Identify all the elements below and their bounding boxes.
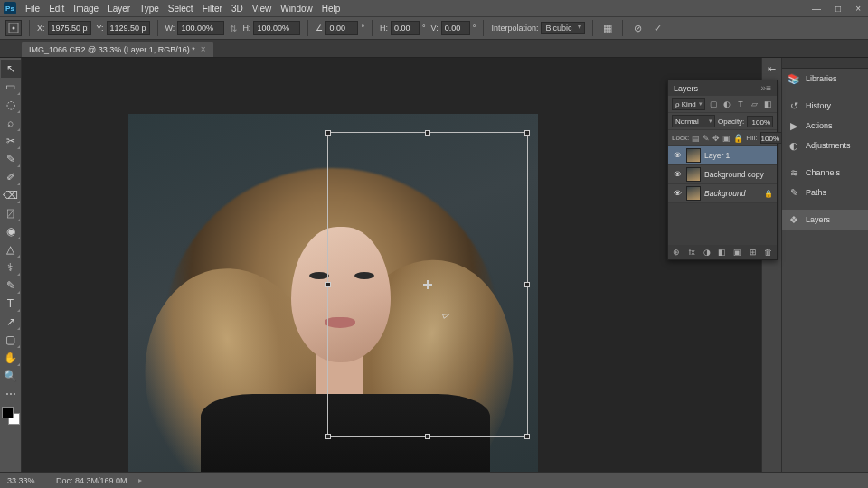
opacity-input[interactable]: 100%: [747, 116, 773, 127]
layer-thumbnail[interactable]: [686, 148, 701, 163]
group-icon[interactable]: ▣: [732, 248, 742, 257]
transform-handle-rc[interactable]: [524, 282, 530, 287]
layer-fx-icon[interactable]: fx: [687, 248, 697, 257]
blend-mode-dropdown[interactable]: Normal: [672, 115, 715, 127]
lock-position-icon[interactable]: ✥: [712, 133, 720, 144]
commit-transform-icon[interactable]: ✓: [650, 21, 665, 35]
menu-type[interactable]: Type: [139, 4, 159, 14]
filter-type-icon[interactable]: T: [735, 99, 746, 109]
zoom-tool[interactable]: 🔍: [1, 367, 21, 385]
transform-handle-bc[interactable]: [425, 434, 430, 439]
menu-3d[interactable]: 3D: [231, 4, 243, 14]
menu-layer[interactable]: Layer: [108, 4, 130, 14]
adjustment-layer-icon[interactable]: ◧: [718, 248, 728, 257]
layer-name[interactable]: Layer 1: [704, 151, 773, 160]
document-tab[interactable]: IMG_1066.CR2 @ 33.3% (Layer 1, RGB/16) *…: [22, 42, 213, 57]
menu-window[interactable]: Window: [280, 4, 313, 14]
rail-adjustments[interactable]: ◐Adjustments: [782, 136, 868, 155]
document-canvas[interactable]: ▻: [128, 114, 538, 472]
filter-shape-icon[interactable]: ▱: [749, 99, 760, 109]
type-tool[interactable]: T: [1, 295, 21, 313]
color-swatches[interactable]: [2, 407, 20, 425]
skew-h-input[interactable]: [391, 21, 420, 35]
visibility-toggle-icon[interactable]: 👁: [672, 151, 683, 160]
layer-row[interactable]: 👁 Layer 1: [668, 146, 777, 165]
aspect-link-icon[interactable]: ⇅: [230, 23, 237, 33]
foreground-color-swatch[interactable]: [2, 407, 14, 418]
rail-actions[interactable]: ▶Actions: [782, 116, 868, 136]
pen-tool[interactable]: ✎: [1, 277, 21, 295]
menu-view[interactable]: View: [252, 4, 272, 14]
gradient-tool[interactable]: ⚕: [1, 258, 21, 277]
rail-history[interactable]: ↺History: [782, 96, 868, 116]
angle-input[interactable]: [326, 21, 358, 35]
filter-pixel-icon[interactable]: ▢: [708, 99, 719, 109]
layer-name[interactable]: Background: [704, 189, 760, 198]
layer-row[interactable]: 👁 Background 🔒: [668, 184, 777, 203]
transform-handle-lc[interactable]: [326, 282, 331, 287]
transform-center-icon[interactable]: [423, 280, 432, 289]
filter-smart-icon[interactable]: ◧: [762, 99, 773, 109]
new-layer-icon[interactable]: ⊞: [748, 248, 758, 257]
move-tool[interactable]: ↖: [1, 60, 21, 78]
hand-tool[interactable]: ✋: [1, 349, 21, 367]
visibility-toggle-icon[interactable]: 👁: [672, 189, 683, 198]
interpolation-dropdown[interactable]: Bicubic: [541, 22, 585, 34]
visibility-toggle-icon[interactable]: 👁: [672, 170, 683, 179]
menu-image[interactable]: Image: [73, 4, 99, 14]
lock-all-icon[interactable]: 🔒: [733, 133, 743, 144]
h-input[interactable]: [253, 21, 300, 35]
canvas-area[interactable]: ▻: [22, 58, 761, 472]
layer-mask-icon[interactable]: ◑: [703, 248, 712, 257]
warp-mode-icon[interactable]: ▦: [600, 21, 615, 35]
skew-v-input[interactable]: [441, 21, 470, 35]
close-button[interactable]: ×: [852, 4, 864, 14]
brush-tool[interactable]: ⌫: [1, 186, 21, 204]
transform-handle-br[interactable]: [524, 434, 530, 439]
fill-input[interactable]: 100%: [760, 132, 782, 144]
clone-stamp-tool[interactable]: ⍁: [1, 204, 21, 222]
menu-edit[interactable]: Edit: [49, 4, 64, 14]
status-flyout-icon[interactable]: ▸: [138, 476, 142, 484]
layer-row[interactable]: 👁 Background copy: [668, 165, 777, 184]
filter-adjust-icon[interactable]: ◐: [722, 99, 732, 109]
lock-artboard-icon[interactable]: ▣: [722, 133, 731, 144]
path-select-tool[interactable]: ↗: [1, 313, 21, 331]
doc-info[interactable]: Doc: 84.3M/169.0M: [56, 476, 127, 485]
layers-panel-tab[interactable]: Layers »≡: [668, 80, 777, 96]
shape-tool[interactable]: ▢: [1, 331, 21, 349]
lock-pixels-icon[interactable]: ✎: [703, 133, 710, 144]
transform-bounding-box[interactable]: [327, 132, 528, 437]
quick-select-tool[interactable]: ⌕: [1, 114, 21, 132]
transform-handle-tl[interactable]: [326, 130, 331, 136]
rail-toggle-icon[interactable]: ⇤: [765, 61, 779, 76]
layer-filter-kind-dropdown[interactable]: ρ Kind: [672, 98, 705, 110]
transform-handle-bl[interactable]: [326, 434, 331, 439]
eraser-tool[interactable]: △: [1, 240, 21, 258]
lock-transparency-icon[interactable]: ▤: [692, 133, 700, 144]
history-brush-tool[interactable]: ◉: [1, 222, 21, 240]
layer-thumbnail[interactable]: [686, 186, 701, 201]
delete-layer-icon[interactable]: 🗑: [763, 248, 773, 257]
layers-panel-menu-icon[interactable]: »≡: [761, 83, 771, 93]
link-layers-icon[interactable]: ⊕: [672, 248, 682, 257]
crop-tool[interactable]: ✂: [1, 132, 21, 150]
w-input[interactable]: [177, 21, 224, 35]
maximize-button[interactable]: □: [832, 4, 844, 14]
x-input[interactable]: [48, 21, 91, 35]
menu-help[interactable]: Help: [322, 4, 341, 14]
transform-handle-tr[interactable]: [524, 130, 530, 136]
close-tab-icon[interactable]: ×: [201, 44, 206, 54]
marquee-tool[interactable]: ▭: [1, 78, 21, 96]
cancel-transform-icon[interactable]: ⊘: [630, 21, 645, 35]
edit-toolbar-icon[interactable]: ⋯: [1, 385, 21, 403]
zoom-field[interactable]: 33.33%: [7, 476, 45, 485]
rail-channels[interactable]: ≋Channels: [782, 163, 868, 183]
reference-point-icon[interactable]: [5, 20, 22, 36]
layers-panel[interactable]: Layers »≡ ρ Kind ▢ ◐ T ▱ ◧ Normal Opacit…: [667, 80, 778, 260]
rail-libraries[interactable]: 📚Libraries: [782, 69, 868, 89]
layer-thumbnail[interactable]: [686, 167, 701, 182]
rail-layers[interactable]: ❖Layers: [782, 210, 868, 230]
eyedropper-tool[interactable]: ✎: [1, 150, 21, 168]
lasso-tool[interactable]: ◌: [1, 96, 21, 114]
